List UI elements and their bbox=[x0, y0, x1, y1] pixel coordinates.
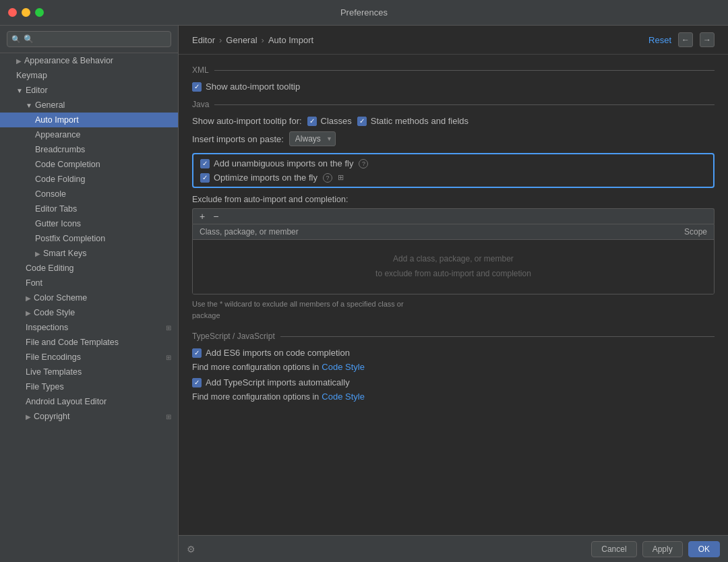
insert-imports-select[interactable]: Always Ask Never bbox=[289, 131, 336, 146]
java-classes-text: Classes bbox=[321, 116, 352, 126]
wildcard-hint: Use the * wildcard to exclude all member… bbox=[192, 299, 715, 321]
chevron-icon: ▶ bbox=[35, 250, 40, 257]
ts-es6-checkbox[interactable] bbox=[192, 348, 202, 358]
bottom-bar: ⚙ Cancel Apply OK bbox=[179, 535, 728, 562]
ts-find-more-prefix: Find more configuration options in bbox=[192, 363, 319, 372]
xml-show-tooltip-checkbox[interactable] bbox=[192, 82, 202, 92]
sidebar-item-label: Font bbox=[26, 278, 42, 288]
sidebar-item-label: Editor bbox=[26, 86, 48, 95]
table-col-class: Class, package, or member bbox=[200, 227, 653, 237]
content-header: Editor › General › Auto Import Reset ← → bbox=[179, 26, 728, 55]
window-controls[interactable] bbox=[8, 8, 44, 17]
sidebar-item-breadcrumbs[interactable]: Breadcrumbs bbox=[0, 142, 178, 157]
chevron-icon: ▼ bbox=[16, 87, 23, 94]
optimize-imports-checkbox[interactable] bbox=[200, 173, 210, 183]
sidebar-item-live-templates[interactable]: Live Templates bbox=[0, 365, 178, 379]
sidebar-item-label: Code Completion bbox=[35, 160, 100, 169]
sidebar-item-code-folding[interactable]: Code Folding bbox=[0, 172, 178, 187]
sidebar-item-smart-keys[interactable]: ▶ Smart Keys bbox=[0, 246, 178, 261]
badge-icon: ⊞ bbox=[166, 413, 171, 420]
sidebar-item-postfix-completion[interactable]: Postfix Completion bbox=[0, 231, 178, 246]
badge-icon: ⊞ bbox=[166, 354, 171, 361]
java-classes-label[interactable]: Classes bbox=[307, 116, 352, 126]
sidebar-item-appearance-behavior[interactable]: ▶ Appearance & Behavior bbox=[0, 53, 178, 68]
sidebar-item-label: File Types bbox=[26, 382, 64, 392]
java-static-checkbox[interactable] bbox=[357, 117, 367, 126]
java-classes-checkbox[interactable] bbox=[307, 117, 317, 126]
content-panel: Editor › General › Auto Import Reset ← →… bbox=[179, 26, 728, 562]
sidebar-item-code-style[interactable]: ▶ Code Style bbox=[0, 305, 178, 320]
ts-auto-checkbox[interactable] bbox=[192, 378, 202, 387]
breadcrumb-part2: General bbox=[226, 35, 257, 45]
ts-find-more-row: Find more configuration options in Code … bbox=[192, 362, 715, 372]
sidebar-item-appearance[interactable]: Appearance bbox=[0, 127, 178, 142]
settings-small-icon[interactable]: ⊞ bbox=[338, 173, 344, 182]
sidebar-item-gutter-icons[interactable]: Gutter Icons bbox=[0, 216, 178, 231]
add-unambiguous-label[interactable]: Add unambiguous imports on the fly bbox=[200, 158, 353, 168]
ts-code-style-link[interactable]: Code Style bbox=[322, 362, 365, 372]
sidebar-item-label: Appearance bbox=[35, 130, 80, 139]
breadcrumb-part3: Auto Import bbox=[268, 35, 313, 45]
ok-button[interactable]: OK bbox=[688, 541, 720, 557]
help-icon-2[interactable]: ? bbox=[323, 173, 332, 183]
ts-code-style-link2[interactable]: Code Style bbox=[322, 392, 365, 402]
reset-button[interactable]: Reset bbox=[648, 35, 671, 45]
xml-section-label: XML bbox=[192, 65, 715, 75]
sidebar-item-copyright[interactable]: ▶ Copyright ⊞ bbox=[0, 409, 178, 424]
chevron-icon: ▶ bbox=[16, 57, 22, 65]
sidebar-item-code-editing[interactable]: Code Editing bbox=[0, 261, 178, 276]
sidebar-item-label: Code Folding bbox=[35, 175, 85, 184]
highlight-box: Add unambiguous imports on the fly ? Opt… bbox=[192, 153, 715, 188]
sidebar-item-label: Android Layout Editor bbox=[26, 397, 107, 406]
help-icon[interactable]: ? bbox=[359, 159, 368, 168]
sidebar-item-file-types[interactable]: File Types bbox=[0, 379, 178, 394]
sidebar-item-editor[interactable]: ▼ Editor bbox=[0, 83, 178, 98]
sidebar-item-file-code-templates[interactable]: File and Code Templates bbox=[0, 335, 178, 350]
xml-show-tooltip-label[interactable]: Show auto-import tooltip bbox=[192, 82, 300, 92]
apply-button[interactable]: Apply bbox=[642, 541, 683, 557]
gear-button[interactable]: ⚙ bbox=[187, 544, 195, 555]
sidebar-item-code-completion[interactable]: Code Completion bbox=[0, 157, 178, 172]
sidebar-item-editor-tabs[interactable]: Editor Tabs bbox=[0, 201, 178, 216]
ts-auto-row: Add TypeScript imports automatically bbox=[192, 377, 715, 387]
sidebar-item-file-encodings[interactable]: File Encodings ⊞ bbox=[0, 350, 178, 365]
sidebar-item-label: Color Scheme bbox=[34, 293, 87, 303]
sidebar-item-keymap[interactable]: Keymap bbox=[0, 68, 178, 83]
back-button[interactable]: ← bbox=[678, 32, 693, 47]
optimize-imports-label[interactable]: Optimize imports on the fly bbox=[200, 173, 317, 183]
add-unambiguous-row: Add unambiguous imports on the fly ? bbox=[200, 158, 706, 168]
sidebar-item-android-layout-editor[interactable]: Android Layout Editor bbox=[0, 394, 178, 409]
sidebar-item-general[interactable]: ▼ General bbox=[0, 98, 178, 113]
toolbar-row: + − bbox=[192, 208, 715, 224]
sidebar-item-console[interactable]: Console bbox=[0, 187, 178, 201]
java-static-text: Static methods and fields bbox=[371, 116, 468, 126]
java-section-label: Java bbox=[192, 100, 715, 109]
sidebar-item-auto-import[interactable]: Auto Import bbox=[0, 113, 178, 127]
remove-exclude-button[interactable]: − bbox=[210, 212, 221, 221]
sidebar-item-inspections[interactable]: Inspections ⊞ bbox=[0, 320, 178, 335]
bottom-right: Cancel Apply OK bbox=[591, 541, 720, 557]
breadcrumb: Editor › General › Auto Import bbox=[192, 35, 313, 45]
ts-es6-label[interactable]: Add ES6 imports on code completion bbox=[192, 348, 350, 358]
insert-imports-label: Insert imports on paste: bbox=[192, 134, 284, 144]
java-static-methods-label[interactable]: Static methods and fields bbox=[357, 116, 468, 126]
sidebar-item-font[interactable]: Font bbox=[0, 276, 178, 290]
forward-button[interactable]: → bbox=[700, 32, 715, 47]
cancel-button[interactable]: Cancel bbox=[591, 541, 636, 557]
maximize-button[interactable] bbox=[35, 8, 44, 17]
sidebar-item-label: File and Code Templates bbox=[26, 338, 119, 347]
sidebar-item-label: Console bbox=[35, 189, 66, 199]
minimize-button[interactable] bbox=[22, 8, 30, 17]
search-input[interactable] bbox=[7, 31, 171, 47]
add-unambiguous-checkbox[interactable] bbox=[200, 159, 210, 168]
sidebar-item-label: General bbox=[35, 100, 65, 110]
close-button[interactable] bbox=[8, 8, 17, 17]
add-exclude-button[interactable]: + bbox=[197, 212, 208, 221]
breadcrumb-sep2: › bbox=[262, 35, 264, 45]
chevron-icon: ▶ bbox=[26, 309, 31, 317]
xml-show-tooltip-row: Show auto-import tooltip bbox=[192, 82, 715, 92]
ts-auto-label[interactable]: Add TypeScript imports automatically bbox=[192, 377, 350, 387]
title-bar: Preferences bbox=[0, 0, 728, 26]
badge-icon: ⊞ bbox=[166, 324, 171, 332]
sidebar-item-color-scheme[interactable]: ▶ Color Scheme bbox=[0, 290, 178, 305]
